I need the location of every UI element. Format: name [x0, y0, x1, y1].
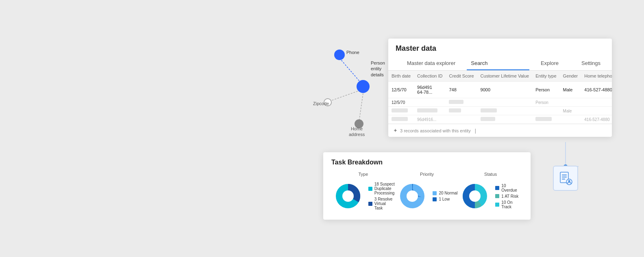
priority-legend: 20 Normal 1 Low: [433, 191, 457, 201]
legend-label-suspect: 18 SuspectDuplicateProcessing: [374, 182, 395, 195]
svg-point-4: [357, 80, 370, 93]
table-row: Male Branden: [388, 107, 612, 115]
tab-settings[interactable]: Settings: [570, 57, 612, 70]
records-footer: ✦ 3 records associated with this entity …: [388, 124, 612, 137]
cursor-indicator: |: [475, 128, 476, 134]
legend-dot-overdue: [495, 186, 499, 190]
cell-birth-date: 12/5/70: [388, 82, 414, 98]
master-data-tabs: Master data explorer Explore Settings: [388, 57, 612, 71]
status-label: Status: [484, 172, 497, 177]
legend-item-at-risk: 1 AT Risk: [495, 194, 522, 199]
type-legend: 18 SuspectDuplicateProcessing 3 ResolveV…: [368, 182, 395, 210]
priority-chart-section: Priority 20 Norma: [395, 172, 459, 212]
table-row: 12/5/70 Person 1: [388, 98, 612, 107]
data-table-container: Birth date Collection ID Credit Score Cu…: [388, 71, 612, 124]
master-data-panel: Master data Master data explorer Explore…: [388, 39, 612, 137]
legend-item-low: 1 Low: [433, 197, 457, 201]
col-birth-date: Birth date: [388, 71, 414, 82]
cell-clv: 9000: [477, 82, 533, 98]
svg-rect-19: [562, 179, 565, 179]
node-label-zipcode: Zipcode: [313, 101, 329, 106]
table-row: 12/5/70 96d49164-78... 748 9000 Person M…: [388, 82, 612, 98]
cell-collection-id: 96d49164-78...: [414, 82, 446, 98]
legend-dot-at-risk: [495, 194, 499, 198]
type-pie: [332, 180, 364, 212]
legend-dot-on-track: [495, 203, 499, 207]
legend-dot-suspect: [368, 187, 372, 191]
document-icon: [558, 171, 573, 186]
legend-item-suspect: 18 SuspectDuplicateProcessing: [368, 182, 395, 195]
col-customer-lifetime-value: Customer Lifetime Value: [477, 71, 533, 82]
svg-rect-18: [562, 177, 567, 177]
legend-item-normal: 20 Normal: [433, 191, 457, 195]
legend-label-on-track: 10 On Track: [501, 200, 522, 209]
node-label-home: Homeaddress: [349, 126, 365, 138]
type-label: Type: [358, 172, 368, 177]
col-entity-type: Entity type: [532, 71, 559, 82]
charts-row: Type 18 SuspectDu: [331, 172, 522, 212]
search-input[interactable]: [471, 60, 525, 66]
svg-point-21: [568, 180, 570, 182]
svg-point-3: [334, 50, 345, 60]
priority-chart-row: 20 Normal 1 Low: [396, 180, 457, 212]
legend-label-at-risk: 1 AT Risk: [501, 194, 518, 199]
priority-label: Priority: [420, 172, 434, 177]
records-count: 3 records associated with this entity: [400, 128, 471, 133]
legend-dot-normal: [433, 191, 437, 195]
cell-gender: Male: [560, 82, 581, 98]
legend-dot-low: [433, 197, 437, 201]
tab-explore[interactable]: Explore: [529, 57, 570, 70]
task-breakdown-panel: Task Breakdown Type: [323, 152, 531, 220]
legend-label-normal: 20 Normal: [439, 191, 457, 195]
cell-phone: 416-527-4880: [581, 82, 612, 98]
cell-credit-score: 748: [446, 82, 477, 98]
svg-line-1: [329, 89, 363, 102]
col-credit-score: Credit Score: [446, 71, 477, 82]
icon-box: [553, 166, 578, 191]
legend-dot-resolve: [368, 202, 372, 206]
legend-item-resolve: 3 ResolveVirtualTask: [368, 197, 395, 210]
legend-label-resolve: 3 ResolveVirtualTask: [374, 197, 392, 210]
node-label-entity: Personentitydetails: [371, 60, 385, 78]
status-pie: [459, 180, 491, 212]
legend-label-overdue: 10 Overdue: [501, 184, 522, 192]
task-breakdown-title: Task Breakdown: [331, 159, 522, 166]
col-home-telephone: Home telephone: [581, 71, 612, 82]
status-chart-section: Status 10 Overdue: [459, 172, 522, 212]
cell-entity-type: Person: [532, 82, 559, 98]
priority-pie: [396, 180, 429, 212]
type-chart-section: Type 18 SuspectDu: [331, 172, 395, 212]
tab-master-data-explorer[interactable]: Master data explorer: [396, 57, 467, 70]
svg-line-0: [339, 58, 363, 85]
col-collection-id: Collection ID: [414, 71, 446, 82]
svg-line-2: [359, 93, 363, 122]
cell-birth-date-2: 12/5/70: [388, 98, 414, 107]
legend-item-on-track: 10 On Track: [495, 200, 522, 209]
legend-item-overdue: 10 Overdue: [495, 184, 522, 192]
svg-point-11: [342, 190, 354, 202]
svg-rect-17: [562, 175, 567, 175]
col-gender: Gender: [560, 71, 581, 82]
status-chart-row: 10 Overdue 1 AT Risk 10 On Track: [459, 180, 522, 212]
status-legend: 10 Overdue 1 AT Risk 10 On Track: [495, 184, 522, 209]
legend-label-low: 1 Low: [439, 197, 450, 201]
node-label-phone: Phone: [346, 50, 359, 55]
master-data-table: Birth date Collection ID Credit Score Cu…: [388, 71, 612, 124]
svg-point-13: [407, 190, 418, 202]
type-chart-row: 18 SuspectDuplicateProcessing 3 ResolveV…: [332, 180, 395, 212]
svg-point-15: [469, 190, 481, 202]
table-row: 96d4916... 416-527-4880: [388, 115, 612, 124]
master-data-title: Master data: [388, 39, 612, 57]
